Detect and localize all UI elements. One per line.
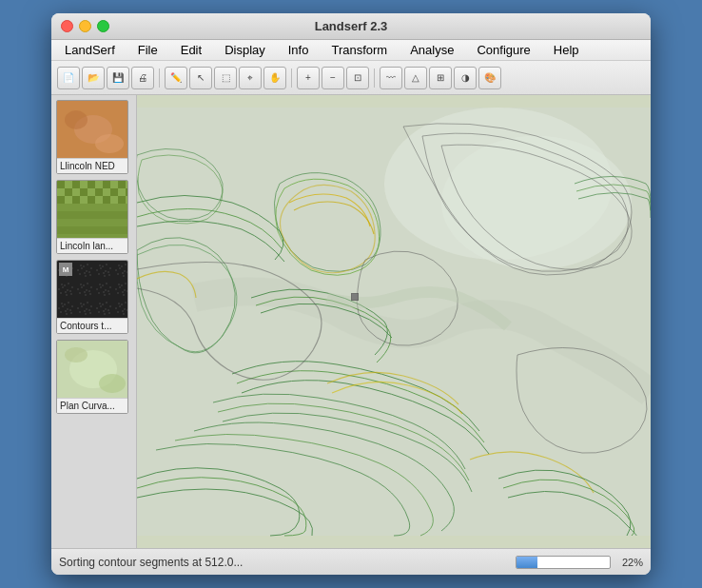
- minimize-button[interactable]: [79, 20, 91, 32]
- status-text: Sorting contour segments at 512.0...: [59, 556, 508, 569]
- svg-rect-21: [103, 188, 110, 196]
- layer-plan-thumbnail: [57, 341, 128, 398]
- layer-contours[interactable]: M Contours t...: [56, 260, 128, 334]
- svg-rect-7: [72, 181, 80, 188]
- layer-plan[interactable]: Plan Curva...: [56, 340, 128, 414]
- svg-rect-6: [65, 181, 72, 188]
- menu-edit[interactable]: Edit: [177, 41, 205, 59]
- svg-rect-17: [72, 188, 80, 196]
- layer-m-badge: M: [63, 265, 69, 274]
- menu-display[interactable]: Display: [221, 41, 269, 59]
- svg-rect-32: [110, 196, 118, 204]
- svg-rect-48: [352, 294, 358, 300]
- toolbar-zoom-in[interactable]: +: [297, 67, 320, 89]
- svg-rect-28: [80, 196, 88, 204]
- titlebar: Landserf 2.3: [51, 13, 651, 40]
- svg-rect-22: [110, 188, 118, 196]
- toolbar-zoom-out[interactable]: −: [322, 67, 344, 89]
- svg-rect-29: [88, 196, 95, 204]
- svg-rect-37: [57, 219, 128, 226]
- layer-plan-label: Plan Curva...: [57, 398, 127, 413]
- layer-lincoln-label: Lincoln lan...: [57, 238, 127, 253]
- toolbar: 📄 📂 💾 🖨 ✏️ ↖ ⬚ ⌖ ✋ + − ⊡ 〰 △ ⊞ ◑ 🎨: [51, 61, 651, 95]
- progress-bar-fill: [517, 557, 537, 568]
- menubar: LandSerf File Edit Display Info Transfor…: [51, 40, 651, 61]
- svg-rect-25: [57, 196, 65, 204]
- layer-lincoln-thumbnail: [57, 181, 128, 238]
- close-button[interactable]: [61, 20, 73, 32]
- svg-rect-19: [88, 188, 95, 196]
- layer-lincoln[interactable]: Lincoln lan...: [56, 180, 128, 254]
- svg-rect-23: [118, 188, 126, 196]
- menu-analyse[interactable]: Analyse: [406, 41, 458, 59]
- toolbar-lasso[interactable]: ⌖: [239, 67, 262, 89]
- separator-1: [159, 69, 160, 88]
- svg-rect-30: [95, 196, 103, 204]
- svg-rect-26: [65, 196, 72, 204]
- toolbar-3d[interactable]: △: [404, 67, 427, 89]
- map-svg: [137, 95, 651, 548]
- layer-ned[interactable]: Llincoln NED: [56, 100, 128, 174]
- svg-rect-36: [57, 211, 128, 219]
- toolbar-contour[interactable]: 〰: [380, 67, 402, 89]
- separator-3: [374, 69, 375, 88]
- svg-rect-20: [95, 188, 103, 196]
- layer-ned-thumbnail: [57, 101, 128, 158]
- traffic-lights: [61, 20, 109, 32]
- window-title: Landserf 2.3: [315, 19, 388, 33]
- toolbar-print[interactable]: 🖨: [131, 67, 154, 89]
- toolbar-cursor[interactable]: ↖: [189, 67, 212, 89]
- svg-rect-10: [95, 181, 103, 188]
- toolbar-select[interactable]: ⬚: [214, 67, 237, 89]
- svg-rect-13: [118, 181, 126, 188]
- svg-point-3: [95, 134, 124, 153]
- svg-rect-9: [88, 181, 95, 188]
- svg-rect-31: [103, 196, 110, 204]
- svg-rect-27: [72, 196, 80, 204]
- layer-ned-label: Llincoln NED: [57, 158, 127, 173]
- menu-info[interactable]: Info: [284, 41, 313, 59]
- svg-rect-34: [126, 196, 128, 204]
- svg-rect-8: [80, 181, 88, 188]
- svg-rect-12: [110, 181, 118, 188]
- toolbar-zoom-fit[interactable]: ⊡: [346, 67, 369, 89]
- svg-rect-38: [57, 226, 128, 234]
- menu-landserf[interactable]: LandSerf: [61, 41, 119, 59]
- svg-rect-16: [65, 188, 72, 196]
- toolbar-color[interactable]: 🎨: [478, 67, 501, 89]
- menu-transform[interactable]: Transform: [327, 41, 391, 59]
- layer-contours-label: Contours t...: [57, 318, 127, 333]
- svg-rect-5: [57, 181, 65, 188]
- toolbar-grid[interactable]: ⊞: [429, 67, 452, 89]
- toolbar-shade[interactable]: ◑: [454, 67, 477, 89]
- progress-label: 22%: [622, 557, 643, 568]
- svg-rect-18: [80, 188, 88, 196]
- maximize-button[interactable]: [97, 20, 109, 32]
- svg-point-42: [65, 347, 88, 363]
- svg-point-43: [99, 374, 126, 393]
- map-area[interactable]: [137, 95, 651, 548]
- main-content: Llincoln NED: [51, 95, 651, 548]
- svg-point-2: [65, 110, 88, 129]
- svg-rect-33: [118, 196, 126, 204]
- svg-rect-35: [57, 204, 128, 211]
- svg-rect-15: [57, 188, 65, 196]
- svg-rect-39: [57, 234, 128, 238]
- menu-help[interactable]: Help: [550, 41, 583, 59]
- statusbar: Sorting contour segments at 512.0... 22%: [51, 548, 651, 575]
- layer-panel: Llincoln NED: [51, 95, 137, 548]
- toolbar-new[interactable]: 📄: [57, 67, 80, 89]
- separator-2: [291, 69, 292, 88]
- toolbar-open[interactable]: 📂: [82, 67, 105, 89]
- svg-rect-11: [103, 181, 110, 188]
- toolbar-pan[interactable]: ✋: [263, 67, 286, 89]
- toolbar-save[interactable]: 💾: [107, 67, 129, 89]
- toolbar-pencil[interactable]: ✏️: [165, 67, 187, 89]
- svg-rect-14: [126, 181, 128, 188]
- svg-rect-24: [126, 188, 128, 196]
- menu-configure[interactable]: Configure: [473, 41, 534, 59]
- menu-file[interactable]: File: [134, 41, 162, 59]
- progress-bar: [516, 556, 611, 569]
- main-window: Landserf 2.3 LandSerf File Edit Display …: [51, 13, 651, 575]
